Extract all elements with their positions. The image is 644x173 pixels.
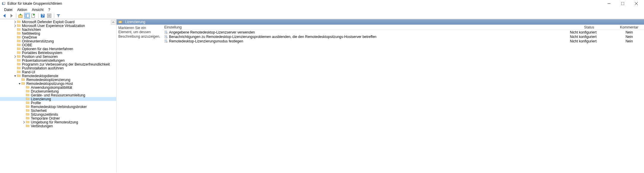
back-button[interactable]: [2, 13, 8, 19]
tree-item[interactable]: Pushinstallation ausführen: [0, 66, 116, 70]
tree-item[interactable]: Geräte- und Ressourcenumleitung: [0, 93, 116, 97]
setting-status: Nicht konfiguriert: [564, 39, 614, 43]
scroll-up-icon[interactable]: [111, 20, 116, 25]
setting-comment: Nein: [614, 30, 644, 34]
tree-item[interactable]: Verbindungen: [0, 124, 116, 128]
expander-spacer: [13, 63, 17, 66]
show-hide-tree-button[interactable]: [24, 13, 30, 19]
col-header-comment[interactable]: Kommentar: [614, 25, 644, 30]
col-header-setting[interactable]: Einstellung: [162, 25, 564, 30]
tree-item[interactable]: Remotedesktopdienste: [0, 74, 116, 78]
folder-icon: [17, 28, 21, 31]
tree-item[interactable]: Position und Sensoren: [0, 55, 116, 58]
tree-item[interactable]: NetMeeting: [0, 31, 116, 35]
tree-item[interactable]: Sicherheit: [0, 109, 116, 112]
chevron-down-icon[interactable]: [18, 82, 21, 85]
chevron-right-icon[interactable]: [22, 120, 26, 124]
maximize-button[interactable]: [619, 1, 626, 6]
tree-item[interactable]: Microsoft User Experience Virtualization: [0, 24, 116, 28]
folder-icon: [17, 43, 21, 47]
expander-spacer: [13, 59, 17, 62]
svg-point-30: [166, 41, 167, 42]
tree-item[interactable]: Lizenzierung: [0, 97, 116, 101]
chevron-right-icon[interactable]: [13, 20, 17, 24]
tree-item[interactable]: Remotedesktoplizenzierung: [0, 78, 116, 82]
folder-icon: [26, 112, 30, 116]
tree-item[interactable]: Nachrichten: [0, 28, 116, 31]
expander-spacer: [13, 47, 17, 51]
folder-icon: [17, 74, 21, 78]
tree-item-label: Remotedesktoplizenzierung: [26, 78, 70, 82]
expander-spacer: [22, 90, 26, 93]
tree-item[interactable]: Temporäre Ordner: [0, 116, 116, 120]
tree-item[interactable]: Sitzungszeitlimits: [0, 112, 116, 116]
svg-rect-6: [19, 15, 23, 18]
tree[interactable]: Microsoft Defender Exploit GuardMicrosof…: [0, 19, 116, 128]
tree-item-label: Sicherheit: [31, 109, 47, 113]
menu-view[interactable]: Ansicht: [29, 7, 46, 12]
menu-file[interactable]: Datei: [2, 7, 15, 12]
filter-button[interactable]: [55, 13, 61, 19]
folder-icon: [21, 82, 25, 85]
expander-spacer: [22, 86, 26, 89]
tree-item[interactable]: Optionen für das Herunterfahren: [0, 47, 116, 51]
folder-icon: [17, 62, 21, 66]
expander-spacer: [18, 78, 21, 82]
tree-item[interactable]: Remotedesktop-Verbindungsbroker: [0, 105, 116, 109]
minimize-button[interactable]: [605, 1, 613, 6]
folder-icon: [17, 66, 21, 70]
folder-icon: [17, 35, 21, 39]
tree-item-label: OOBE: [22, 43, 32, 47]
tree-item[interactable]: OOBE: [0, 43, 116, 47]
svg-rect-3: [621, 2, 624, 5]
tree-item[interactable]: Umgebung für Remotesitzung: [0, 120, 116, 124]
settings-rows: Angegebene Remotedesktop-Lizenzserver ve…: [162, 30, 644, 43]
menu-bar: Datei Aktion Ansicht ?: [0, 7, 644, 12]
tree-item[interactable]: Rand-UI: [0, 70, 116, 74]
tree-item-label: Optionen für das Herunterfahren: [22, 47, 73, 51]
tree-item[interactable]: Remotedesktopsitzungs-Host: [0, 82, 116, 85]
tree-item[interactable]: Anwendungskompatibilität: [0, 85, 116, 89]
tree-item[interactable]: Druckerumleitung: [0, 89, 116, 93]
folder-icon: [17, 47, 21, 51]
chevron-right-icon[interactable]: [13, 24, 17, 28]
svg-rect-1: [3, 2, 5, 4]
description-text: Markieren Sie ein Element, um dessen Bes…: [118, 26, 160, 39]
tree-item[interactable]: OneDrive: [0, 35, 116, 39]
setting-name: Benachrichtigungen zu Remotedesktop-Lize…: [169, 35, 377, 39]
settings-row[interactable]: Angegebene Remotedesktop-Lizenzserver ve…: [162, 30, 644, 34]
settings-row[interactable]: Benachrichtigungen zu Remotedesktop-Lize…: [162, 34, 644, 39]
policy-icon: [164, 39, 168, 43]
svg-point-25: [166, 37, 167, 38]
chevron-right-icon[interactable]: [13, 55, 17, 58]
help-button[interactable]: ?: [40, 13, 46, 19]
chevron-down-icon[interactable]: [13, 74, 17, 78]
tree-item[interactable]: Onlineunterstützung: [0, 39, 116, 43]
expander-spacer: [22, 97, 26, 101]
tree-item[interactable]: Profile: [0, 101, 116, 105]
properties-button[interactable]: [46, 13, 52, 19]
close-button[interactable]: [633, 1, 640, 6]
tree-item-label: Anwendungskompatibilität: [31, 85, 72, 90]
forward-button[interactable]: [8, 13, 14, 19]
tree-item-label: Sitzungszeitlimits: [31, 112, 58, 117]
tree-item-label: Onlineunterstützung: [22, 39, 54, 43]
tree-item-label: Umgebung für Remotesitzung: [31, 120, 78, 124]
expander-spacer: [13, 32, 17, 35]
tree-item[interactable]: Microsoft Defender Exploit Guard: [0, 20, 116, 24]
folder-icon: [17, 39, 21, 43]
tree-item[interactable]: Portables Betriebssystem: [0, 51, 116, 55]
col-header-status[interactable]: Status: [564, 25, 614, 30]
expander-spacer: [13, 43, 17, 47]
tree-item-label: Rand-UI: [22, 70, 35, 74]
up-button[interactable]: [17, 13, 23, 19]
title-bar: Editor für lokale Gruppenrichtlinien: [0, 0, 644, 7]
tree-item[interactable]: Präsentationseinstellungen: [0, 58, 116, 62]
menu-help[interactable]: ?: [46, 7, 53, 12]
folder-icon: [17, 31, 21, 35]
export-button[interactable]: [31, 13, 36, 19]
tree-item[interactable]: Programm zur Verbesserung der Benutzerfr…: [0, 62, 116, 66]
settings-row[interactable]: Remotedesktop-Lizenzierungsmodus festleg…: [162, 39, 644, 43]
menu-action[interactable]: Aktion: [15, 7, 29, 12]
toolbar-separator: [38, 13, 39, 18]
